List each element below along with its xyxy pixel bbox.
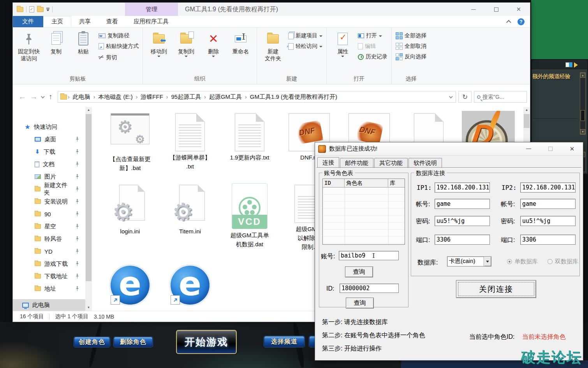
tab-home[interactable]: 主页 (43, 16, 71, 27)
file-item-bat[interactable]: ⚙⚙ 【点击查最新更 新】.bat (101, 113, 159, 172)
create-character-button[interactable]: 创建角色 (74, 337, 110, 347)
select-channel-button[interactable]: 选择频道 (264, 336, 305, 347)
breadcrumb-item[interactable]: 起源GM工具 (207, 93, 244, 101)
file-item-browser-shortcut[interactable]: e (161, 266, 219, 305)
db-select-combo[interactable]: 卡恩(cain) (447, 256, 491, 266)
id-input[interactable]: 18000002 (340, 284, 399, 293)
copy-to-button[interactable]: 复制到 (174, 30, 198, 75)
sidebar-item-folder[interactable]: 游戏下载 (13, 258, 85, 270)
close-connection-button[interactable]: 关闭连接 (456, 280, 536, 298)
sidebar-item-folder[interactable]: 星空 (13, 221, 85, 232)
sidebar-item-folder[interactable]: 新建文件夹 (13, 183, 85, 195)
cut-button[interactable]: ✂ 剪切 (99, 53, 139, 61)
sidebar-item-folder[interactable]: 90 (13, 208, 85, 220)
db-port-input-2[interactable]: 3306 (520, 235, 576, 245)
qat-customize-icon[interactable] (46, 8, 49, 11)
scroll-thumb[interactable] (86, 114, 92, 281)
file-item-ini[interactable]: ⚙ Titem.ini (161, 185, 219, 236)
column-header-id[interactable]: ID (323, 179, 345, 188)
sidebar-item-folder[interactable]: YD (13, 245, 85, 257)
roles-table[interactable]: ID 角色名 库 (322, 179, 405, 245)
sidebar-item-quick-access[interactable]: ★ 快速访问 (13, 121, 85, 133)
tab-connect[interactable]: 连接 (317, 157, 339, 168)
properties-button[interactable]: 属性 (331, 30, 355, 75)
file-item-txt[interactable]: 1.9更新内容.txt (220, 113, 279, 162)
scroll-up-icon[interactable]: ▲ (85, 107, 92, 113)
query-account-button[interactable]: 查询 (345, 266, 373, 277)
invert-selection-button[interactable]: 反向选择 (396, 53, 426, 60)
properties-icon[interactable] (29, 6, 34, 12)
file-item-txt[interactable]: 【游蝶网单群】 .txt (161, 113, 219, 171)
file-item-browser-shortcut[interactable]: e (101, 266, 159, 305)
new-item-button[interactable]: 新建项目 (288, 32, 322, 39)
recent-locations-icon[interactable] (41, 95, 45, 98)
up-icon[interactable]: ↑ (46, 93, 55, 101)
sidebar-item-this-pc[interactable]: 此电脑 (13, 299, 85, 311)
breadcrumb-item[interactable]: 游蝶FFF (138, 93, 165, 101)
tab-mail[interactable]: 邮件功能 (340, 158, 373, 168)
sidebar-item-folder[interactable]: 下载地址 (13, 270, 85, 282)
new-folder-button[interactable]: 新建 文件夹 (261, 30, 285, 75)
query-id-button[interactable]: 查询 (346, 298, 374, 308)
combo-dropdown-icon[interactable] (484, 257, 491, 266)
column-header-name[interactable]: 角色名 (345, 179, 388, 188)
file-item-dat[interactable]: VCD 超级GM工具单 机数据.dat (220, 183, 279, 249)
panel-scrollbar[interactable]: ▲ ▼ (580, 72, 586, 135)
minimize-button[interactable] (462, 3, 485, 16)
scroll-up-icon[interactable]: ▲ (523, 107, 530, 113)
search-box[interactable] (474, 91, 527, 103)
address-dropdown-icon[interactable] (449, 95, 453, 98)
pin-to-quick-access-button[interactable]: 固定到快 速访问 (17, 30, 41, 75)
delete-character-button[interactable]: 删除角色 (114, 337, 153, 347)
db-account-input-2[interactable]: game (520, 199, 576, 209)
close-button[interactable]: ✕ (507, 3, 530, 16)
rename-button[interactable]: 重命名 (229, 30, 253, 75)
manage-contextual-tab[interactable]: 管理 (125, 3, 178, 16)
db-account-input-1[interactable]: game (435, 199, 490, 209)
explorer-titlebar[interactable]: 管理 GM工具1.9 (先看使用教程再打开) ✕ (13, 3, 530, 16)
minimize-button[interactable] (518, 142, 539, 156)
scroll-down-icon[interactable]: ▼ (85, 305, 92, 311)
db-port-input-1[interactable]: 3306 (435, 235, 490, 245)
breadcrumb[interactable]: › 此电脑› 本地磁盘 (E:)› 游蝶FFF› 95起源工具› 起源GM工具›… (58, 91, 456, 103)
breadcrumb-item[interactable]: 95起源工具 (169, 93, 204, 101)
help-icon[interactable]: ? (518, 18, 525, 25)
select-none-button[interactable]: 全部取消 (396, 43, 426, 50)
scroll-up-icon[interactable]: ▲ (580, 73, 585, 78)
breadcrumb-item[interactable]: 本地磁盘 (E:) (96, 93, 135, 101)
maximize-button[interactable] (485, 3, 507, 16)
sidebar-item-desktop[interactable]: 桌面 (13, 133, 85, 145)
breadcrumb-item[interactable]: GM工具1.9 (先看使用教程再打开) (248, 93, 340, 101)
column-header-db[interactable]: 库 (388, 179, 405, 188)
tab-view[interactable]: 查看 (99, 16, 126, 27)
ip1-input[interactable]: 192.168.200.131 (435, 182, 490, 193)
scroll-thumb[interactable] (524, 114, 530, 128)
paste-shortcut-button[interactable]: 粘贴快捷方式 (99, 43, 139, 50)
easy-access-button[interactable]: 轻松访问 (288, 43, 322, 50)
paste-button[interactable]: 粘贴 (71, 30, 95, 75)
history-button[interactable]: 历史记录 (358, 53, 387, 60)
scroll-thumb[interactable] (581, 110, 585, 121)
radio-single-db[interactable]: 单数据库 (507, 258, 538, 265)
new-folder-icon[interactable] (37, 7, 44, 12)
collapse-ribbon-icon[interactable] (506, 20, 511, 25)
forward-icon[interactable]: → (29, 93, 39, 101)
search-input[interactable] (482, 94, 524, 100)
sidebar-item-pictures[interactable]: 图片 (13, 171, 85, 182)
tab-share[interactable]: 共享 (71, 16, 99, 27)
copy-button[interactable]: 复制 (44, 30, 68, 75)
close-button[interactable]: ✕ (561, 142, 583, 156)
db-password-input-1[interactable]: uu5!^%jg (435, 216, 490, 226)
roles-table-rows[interactable] (323, 188, 405, 244)
sidebar-item-folder[interactable]: 安装说明 (13, 196, 85, 207)
tab-other[interactable]: 其它功能 (374, 158, 408, 168)
file-item-ini[interactable]: ⚙ login.ini (101, 185, 159, 236)
open-button[interactable]: 打开 (358, 32, 387, 39)
folder-icon[interactable] (17, 7, 23, 12)
dialog-titlebar[interactable]: 数据库已连接成功! ✕ (315, 142, 583, 156)
maximize-button[interactable] (539, 142, 561, 156)
start-game-button[interactable]: 开始游戏 (176, 330, 237, 354)
sidebar-item-folder[interactable]: 聆风谷 (13, 233, 85, 245)
db-password-input-2[interactable]: uu5!^%jg (520, 216, 576, 226)
sidebar-scrollbar[interactable]: ▲ ▼ (85, 107, 92, 311)
